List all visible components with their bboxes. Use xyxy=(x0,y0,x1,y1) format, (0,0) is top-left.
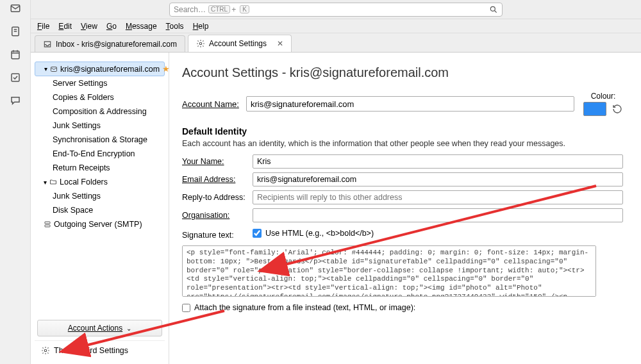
menu-bar: File Edit View Go Message Tools Help xyxy=(31,19,641,33)
kbd-k: K xyxy=(240,5,249,13)
menu-file[interactable]: File xyxy=(37,22,49,31)
attach-from-file-label: Attach the signature from a file instead… xyxy=(194,303,415,312)
svg-rect-7 xyxy=(45,222,50,224)
local-folders-label: Local Folders xyxy=(60,178,108,186)
gear-icon xyxy=(196,39,205,48)
menu-view[interactable]: View xyxy=(81,22,97,31)
tab-strip: Inbox - kris@signatureforemail.com Accou… xyxy=(31,33,641,53)
reset-colour-button[interactable] xyxy=(612,103,623,115)
sidebar-item-copies-folders[interactable]: Copies & Folders xyxy=(35,90,165,104)
chevron-down-icon: ▾ xyxy=(44,179,47,186)
menu-help[interactable]: Help xyxy=(193,22,209,31)
svg-rect-3 xyxy=(12,74,19,81)
tab-inbox-label: Inbox - kris@signatureforemail.com xyxy=(56,40,177,49)
mail-account-icon xyxy=(50,65,58,73)
replyto-input[interactable] xyxy=(253,190,623,204)
inbox-icon xyxy=(43,40,52,49)
sidebar-item-junk[interactable]: Junk Settings xyxy=(35,119,165,133)
sidebar-item-server-settings[interactable]: Server Settings xyxy=(35,76,165,90)
sidebar-item-e2e[interactable]: End-To-End Encryption xyxy=(35,147,165,161)
content-pane: Account Settings - kris@signatureforemai… xyxy=(169,53,641,364)
calendar-icon[interactable] xyxy=(10,49,21,60)
global-search[interactable]: Search… CTRL + K xyxy=(169,3,503,17)
thunderbird-settings-link[interactable]: Thunderbird Settings xyxy=(35,340,165,360)
chat-icon[interactable] xyxy=(10,95,21,106)
server-icon xyxy=(44,220,51,228)
top-toolbar: Search… CTRL + K xyxy=(31,0,641,19)
search-placeholder: Search… xyxy=(174,5,206,14)
your-name-label: Your Name: xyxy=(182,157,253,166)
menu-edit[interactable]: Edit xyxy=(58,22,72,31)
sidebar-local-folders[interactable]: ▾ Local Folders xyxy=(35,175,165,189)
sidebar-account[interactable]: ▾ kris@signatureforemail.com ★ xyxy=(35,62,165,76)
org-input[interactable] xyxy=(253,208,623,222)
colour-label: Colour: xyxy=(591,92,616,101)
outgoing-label: Outgoing Server (SMTP) xyxy=(54,220,142,229)
sidebar-item-disk-space[interactable]: Disk Space xyxy=(35,203,165,217)
tab-account-settings[interactable]: Account Settings ✕ xyxy=(188,35,292,52)
account-name: kris@signatureforemail.com xyxy=(60,65,160,74)
svg-point-5 xyxy=(199,42,202,45)
use-html-checkbox[interactable] xyxy=(253,229,262,238)
account-actions-label: Account Actions xyxy=(68,324,122,333)
menu-go[interactable]: Go xyxy=(106,22,117,31)
sidebar-outgoing-smtp[interactable]: Outgoing Server (SMTP) xyxy=(35,217,165,231)
menu-tools[interactable]: Tools xyxy=(166,22,184,31)
use-html-label: Use HTML (e.g., <b>bold</b>) xyxy=(265,229,374,238)
email-input[interactable] xyxy=(253,172,623,186)
identity-blurb: Each account has an identity, which is t… xyxy=(182,139,623,148)
org-label: Organisation: xyxy=(182,211,253,220)
sidebar: ▾ kris@signatureforemail.com ★ Server Se… xyxy=(31,53,169,364)
chevron-down-icon: ▾ xyxy=(44,65,47,72)
address-book-icon[interactable] xyxy=(10,26,21,37)
sidebar-item-composition[interactable]: Composition & Addressing xyxy=(35,104,165,119)
tasks-icon[interactable] xyxy=(10,72,21,83)
menu-message[interactable]: Message xyxy=(126,22,157,31)
signature-textarea[interactable] xyxy=(182,245,596,297)
icon-rail xyxy=(0,0,31,364)
replyto-label: Reply-to Address: xyxy=(182,193,253,202)
close-icon[interactable]: ✕ xyxy=(277,39,283,48)
your-name-input[interactable] xyxy=(253,154,623,169)
page-title: Account Settings - kris@signatureforemai… xyxy=(182,65,623,80)
account-name-label: Account Name: xyxy=(182,99,246,109)
email-label: Email Address: xyxy=(182,175,253,184)
tab-inbox[interactable]: Inbox - kris@signatureforemail.com xyxy=(35,35,185,52)
account-name-input[interactable] xyxy=(246,96,574,112)
main-area: ▾ kris@signatureforemail.com ★ Server Se… xyxy=(31,53,641,364)
search-icon xyxy=(489,5,498,14)
tb-settings-label: Thunderbird Settings xyxy=(54,346,128,355)
sidebar-item-sync-storage[interactable]: Synchronisation & Storage xyxy=(35,133,165,147)
svg-point-4 xyxy=(490,6,495,11)
tab-settings-label: Account Settings xyxy=(209,39,267,48)
colour-swatch[interactable] xyxy=(583,102,606,116)
account-tree: ▾ kris@signatureforemail.com ★ Server Se… xyxy=(35,62,165,316)
chevron-down-icon: ⌄ xyxy=(126,325,131,332)
attach-from-file-checkbox[interactable] xyxy=(182,304,190,312)
svg-point-9 xyxy=(44,349,47,352)
sidebar-item-local-junk[interactable]: Junk Settings xyxy=(35,189,165,203)
svg-rect-8 xyxy=(45,225,50,227)
signature-text-label: Signature text: xyxy=(182,231,253,240)
kbd-ctrl: CTRL xyxy=(208,5,230,13)
folder-icon xyxy=(49,178,57,186)
gear-icon xyxy=(41,346,50,355)
default-identity-header: Default Identity xyxy=(182,126,623,136)
account-actions-button[interactable]: Account Actions ⌄ xyxy=(37,320,162,336)
svg-rect-2 xyxy=(12,51,19,59)
sidebar-item-return-receipts[interactable]: Return Receipts xyxy=(35,161,165,175)
mail-icon[interactable] xyxy=(10,3,21,14)
